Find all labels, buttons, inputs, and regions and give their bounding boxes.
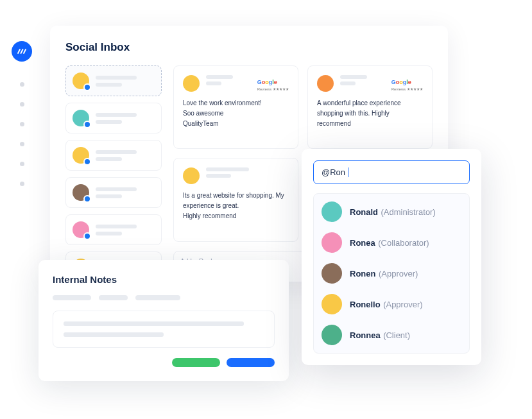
nav-item[interactable] (20, 102, 24, 107)
mention-role: (Approver) (383, 300, 422, 309)
nav-item[interactable] (20, 162, 24, 166)
mention-role: (Collaborator) (378, 238, 429, 248)
nav-item[interactable] (20, 182, 24, 186)
source-badge-icon (83, 232, 91, 240)
submit-button[interactable] (227, 358, 275, 367)
notes-tab[interactable] (135, 295, 180, 300)
mention-item[interactable]: Ronald (Administrator) (322, 201, 461, 222)
notes-tab[interactable] (53, 295, 91, 300)
mention-role: (Approver) (379, 269, 418, 278)
inbox-list-item[interactable] (65, 65, 162, 96)
review-card[interactable]: GoogleReviews ★★★★★ Love the work enviro… (173, 65, 298, 149)
inbox-list-item[interactable] (65, 214, 162, 245)
mention-role: (Administrator) (381, 207, 436, 217)
review-text: Love the work environment! Soo awesome Q… (183, 98, 289, 129)
google-logo-icon: GoogleReviews ★★★★★ (257, 75, 289, 91)
avatar (317, 75, 334, 92)
notes-body[interactable] (53, 311, 275, 348)
notes-title: Internal Notes (53, 274, 275, 285)
source-badge-icon (83, 195, 91, 203)
app-logo-icon[interactable] (12, 41, 32, 62)
side-nav (12, 41, 32, 186)
avatar (322, 325, 342, 345)
mention-query: @Ron (322, 167, 345, 177)
notes-tabs (53, 295, 275, 300)
notes-tab[interactable] (99, 295, 128, 300)
mention-name: Ronnea (350, 330, 381, 340)
source-badge-icon (83, 121, 91, 128)
review-card[interactable]: G Its a great website for shopping. My e… (173, 158, 298, 241)
review-text: Its a great website for shopping. My exp… (183, 191, 289, 221)
avatar (183, 167, 200, 184)
avatar (322, 201, 342, 222)
internal-notes-panel: Internal Notes (39, 260, 289, 381)
mention-item[interactable]: Ronnea (Client) (322, 325, 461, 345)
review-text: A wonderful place experience shopping wi… (317, 98, 423, 129)
avatar (73, 147, 89, 164)
mention-item[interactable]: Ronea (Collaborator) (322, 232, 461, 253)
review-card[interactable]: GoogleReviews ★★★★★ A wonderful place ex… (307, 65, 433, 149)
inbox-list-item[interactable] (65, 103, 162, 133)
page-title: Social Inbox (65, 41, 433, 54)
avatar (73, 184, 89, 201)
google-logo-icon: GoogleReviews ★★★★★ (391, 75, 423, 91)
approve-button[interactable] (172, 358, 220, 367)
mention-name: Ronald (350, 207, 378, 217)
source-badge-icon (83, 83, 91, 91)
mention-name: Ronello (350, 300, 381, 309)
nav-item[interactable] (20, 122, 24, 126)
mention-name: Ronea (350, 238, 375, 248)
avatar (73, 73, 89, 89)
inbox-list-item[interactable] (65, 177, 162, 208)
source-badge-icon (83, 158, 91, 166)
nav-item[interactable] (20, 82, 24, 87)
avatar (183, 75, 200, 92)
nav-item[interactable] (20, 142, 24, 146)
inbox-list (65, 65, 162, 282)
avatar (73, 221, 89, 238)
mention-input[interactable]: @Ron (313, 160, 470, 184)
mention-panel: @Ron Ronald (Administrator) Ronea (Colla… (302, 149, 481, 365)
mention-item[interactable]: Ronello (Approver) (322, 294, 461, 314)
inbox-list-item[interactable] (65, 140, 162, 171)
avatar (322, 294, 342, 314)
mention-item[interactable]: Ronen (Approver) (322, 263, 461, 284)
avatar (73, 110, 89, 126)
mention-role: (Client) (383, 330, 410, 340)
mention-name: Ronen (350, 269, 375, 278)
avatar (322, 263, 342, 284)
avatar (322, 232, 342, 253)
mention-suggestions: Ronald (Administrator) Ronea (Collaborat… (313, 193, 470, 354)
